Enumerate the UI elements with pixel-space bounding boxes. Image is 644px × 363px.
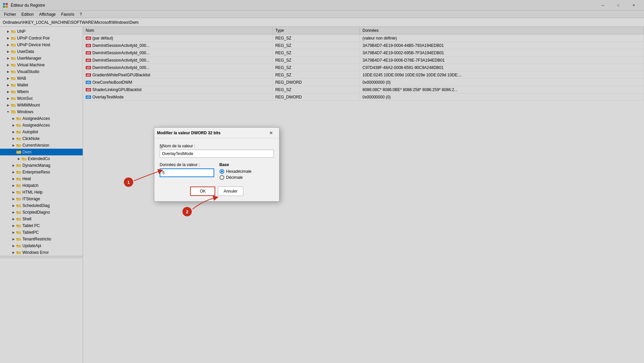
dialog-buttons: OK Annuler (160, 187, 274, 196)
value-name-input[interactable] (160, 150, 274, 158)
dialog-titlebar: Modifier la valeur DWORD 32 bits ✕ (154, 128, 279, 138)
base-section: Base Hexadécimale Décimale (220, 162, 274, 181)
radio-dec-indicator (220, 175, 224, 180)
radio-dec-label: Décimale (226, 175, 243, 180)
base-label: Base (220, 162, 274, 167)
value-name-label: NNom de la valeur : (160, 144, 274, 148)
ok-button[interactable]: OK (190, 187, 215, 196)
dialog-close-button[interactable]: ✕ (266, 129, 276, 137)
radio-decimal[interactable]: Décimale (220, 175, 274, 180)
cancel-button[interactable]: Annuler (218, 187, 243, 196)
value-data-input[interactable] (160, 168, 214, 177)
radio-hexadecimal[interactable]: Hexadécimale (220, 169, 274, 174)
dialog-title: Modifier la valeur DWORD 32 bits (157, 131, 266, 135)
value-data-label: Données de la valeur : (160, 162, 214, 167)
radio-hex-label: Hexadécimale (226, 169, 252, 174)
radio-hex-indicator (220, 169, 224, 174)
dialog-overlay: 1 2 Modifier la valeur DWORD 32 bits ✕ N… (0, 0, 644, 363)
dialog-value-row: Données de la valeur : Base Hexadécimale… (160, 162, 274, 181)
dword-dialog: Modifier la valeur DWORD 32 bits ✕ NNom … (154, 127, 279, 202)
value-data-section: Données de la valeur : (160, 162, 214, 177)
annotation-1: 1 (124, 177, 133, 187)
dialog-body: NNom de la valeur : Données de la valeur… (154, 138, 279, 201)
annotation-2: 2 (182, 207, 192, 216)
